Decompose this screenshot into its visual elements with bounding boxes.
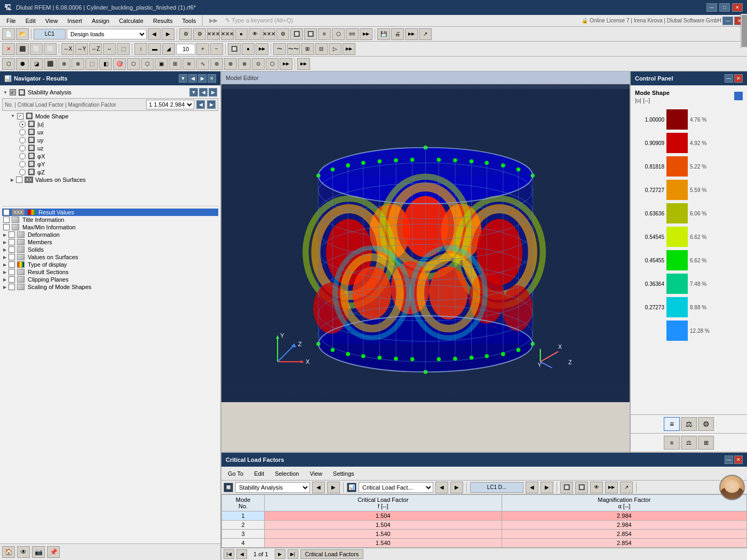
td-checkbox[interactable] (9, 261, 15, 268)
tb3-i12[interactable]: ▣ (155, 58, 168, 70)
cp-btn-scale[interactable]: ⚖ (681, 417, 697, 431)
mode-ux-row[interactable]: 🔲 ux (2, 128, 218, 136)
nav-result-sections[interactable]: ▶ Result Sections (2, 268, 218, 276)
sm-checkbox[interactable] (9, 284, 15, 290)
stability-checkbox[interactable] (10, 89, 16, 95)
tb3-i7[interactable]: ⬚ (85, 58, 98, 70)
tb3-i14[interactable]: ≋ (182, 58, 195, 70)
results-tb-3[interactable]: 👁 (590, 482, 603, 493)
results-tb-2[interactable]: 🔲 (575, 482, 588, 493)
menu-file[interactable]: File (2, 17, 20, 25)
stab-prev-btn[interactable]: ◀ (199, 88, 208, 97)
tb-mode7[interactable]: ✕✕✕ (263, 28, 275, 40)
mode-uy-radio[interactable] (19, 137, 26, 143)
tb3-i17[interactable]: ⊕ (224, 58, 237, 70)
mode-shape-checkbox[interactable] (17, 113, 23, 119)
results-close-btn[interactable]: ✕ (734, 455, 743, 464)
tb2-all[interactable]: ↔ (103, 43, 116, 55)
tb-mode2[interactable]: ⚙ (193, 28, 206, 40)
results-tb-export[interactable]: ↗ (620, 482, 633, 493)
nav-values-surfaces[interactable]: ▶ Values on Surfaces (2, 253, 218, 261)
tb2-select[interactable]: ⬚ (117, 43, 130, 55)
nav-scaling-mode[interactable]: ▶ Scaling of Mode Shapes (2, 283, 218, 291)
mode-phiz-row[interactable]: 🔲 φZ (2, 168, 218, 176)
minimize-button[interactable]: — (706, 3, 717, 12)
tb2-grid[interactable]: ⊞ (301, 43, 314, 55)
page-next-btn[interactable]: ▶ (275, 549, 285, 559)
tb2-delete[interactable]: ✕ (2, 43, 15, 55)
tb3-i5[interactable]: ⊕ (58, 58, 70, 70)
tb-mode11[interactable]: ≡ (318, 28, 331, 40)
table-row-2[interactable]: 2 1.504 2.984 (222, 521, 747, 530)
result-type-select[interactable]: Critical Load Fact... (359, 482, 433, 493)
page-prev-btn[interactable]: ◀ (236, 549, 247, 559)
nav-pin-btn[interactable]: 📌 (47, 546, 60, 558)
mode-next-btn[interactable]: ▶ (207, 100, 216, 109)
nav-members[interactable]: ▶ Members (2, 238, 218, 246)
panel-minimize[interactable]: — (722, 17, 733, 25)
tb2-y[interactable]: ↔Y (75, 43, 88, 55)
mode-uz-radio[interactable] (19, 145, 26, 151)
menu-results[interactable]: Results (149, 17, 177, 25)
tb2-z[interactable]: ↔Z (89, 43, 102, 55)
tb-mode10[interactable]: 🔲 (304, 28, 317, 40)
nav-solids[interactable]: ▶ Solids (2, 246, 218, 253)
tb3-more1[interactable]: ▶▶ (280, 58, 292, 70)
menu-tools[interactable]: Tools (178, 17, 200, 25)
tb2-point[interactable]: ● (242, 43, 255, 55)
tb2-surface[interactable]: ◢ (162, 43, 175, 55)
tb-new[interactable]: 📄 (2, 28, 15, 40)
tb2-obj2[interactable]: ⬜ (44, 43, 57, 55)
tb-mode9[interactable]: 🔲 (290, 28, 303, 40)
tb2-more2[interactable]: ▶▶ (343, 43, 355, 55)
table-row-3[interactable]: 3 1.540 2.854 (222, 530, 747, 539)
def-checkbox[interactable] (9, 231, 15, 238)
tb3-i19[interactable]: ⊙ (252, 58, 265, 70)
tb-mode1[interactable]: ⚙ (179, 28, 192, 40)
nav-clipping-planes[interactable]: ▶ Clipping Planes (2, 276, 218, 283)
tb-mode8[interactable]: ⚙ (276, 28, 289, 40)
rv-checkbox[interactable] (3, 209, 10, 215)
tb-mode13[interactable]: ≡≡ (346, 28, 359, 40)
tb2-more[interactable]: ▶▶ (256, 43, 268, 55)
tb3-i18[interactable]: ⊗ (238, 58, 251, 70)
results-tb-1[interactable]: 🔲 (560, 482, 573, 493)
cp-tab-scale2[interactable]: ⚖ (681, 436, 697, 450)
close-button[interactable]: ✕ (732, 3, 743, 12)
tb2-x[interactable]: ↔X (61, 43, 74, 55)
results-edit[interactable]: Edit (250, 469, 268, 478)
mode-phiy-radio[interactable] (19, 161, 26, 167)
results-minimize-btn[interactable]: — (725, 455, 733, 464)
tb3-i6[interactable]: ⊗ (71, 58, 84, 70)
results-type-next[interactable]: ▶ (450, 482, 463, 493)
table-row-4[interactable]: 4 1.540 2.854 (222, 539, 747, 548)
page-first-btn[interactable]: |◀ (224, 549, 234, 559)
tb3-i16[interactable]: ⊛ (210, 58, 223, 70)
tb3-i13[interactable]: ⊞ (169, 58, 181, 70)
nav-cam-btn[interactable]: 📷 (32, 546, 45, 558)
menu-edit[interactable]: Edit (21, 17, 40, 25)
tb2-grid2[interactable]: ⊟ (315, 43, 328, 55)
mode-uz-row[interactable]: 🔲 uz (2, 144, 218, 152)
mem-checkbox[interactable] (9, 239, 15, 245)
lc-select[interactable]: Design loads (67, 29, 147, 39)
rs-checkbox[interactable] (9, 269, 15, 275)
results-type-prev[interactable]: ◀ (435, 482, 448, 493)
nav-next-btn[interactable]: ▶ (198, 74, 206, 83)
tb2-move[interactable]: ↕ (134, 43, 147, 55)
tb3-i10[interactable]: ⬡ (127, 58, 140, 70)
menu-calculate[interactable]: Calculate (115, 17, 148, 25)
stability-mode-select[interactable]: 1 1.504 2.984 (146, 100, 194, 109)
sol-checkbox[interactable] (9, 246, 15, 253)
results-view[interactable]: View (305, 469, 327, 478)
mm-checkbox[interactable] (3, 224, 10, 230)
tb2-cube[interactable]: ⬛ (16, 43, 29, 55)
tb-mode5[interactable]: ● (235, 28, 248, 40)
mode-u-row[interactable]: 🔲 |u| (2, 120, 218, 128)
tb-print[interactable]: 🖨 (391, 28, 404, 40)
mode-phix-row[interactable]: 🔲 φX (2, 152, 218, 160)
ti-checkbox[interactable] (3, 217, 10, 223)
nav-dropdown-btn[interactable]: ▼ (179, 74, 187, 83)
tb-more1[interactable]: ▶▶ (360, 28, 372, 40)
mode-shape-row[interactable]: ▼ 🔲 Mode Shape (2, 112, 218, 120)
